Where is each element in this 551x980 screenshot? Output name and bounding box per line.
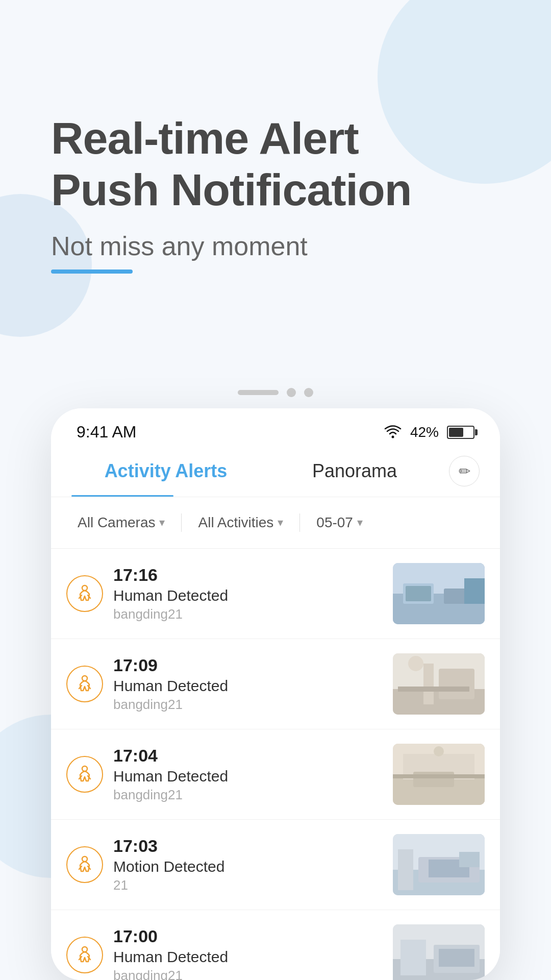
activity-time: 17:16 bbox=[113, 565, 383, 585]
activity-camera: bangding21 bbox=[113, 787, 383, 803]
svg-rect-21 bbox=[393, 774, 485, 778]
phone-mockup: 9:41 AM 42% Activity Alerts Panorama ✏ bbox=[51, 408, 500, 980]
human-detected-icon bbox=[75, 765, 94, 784]
activity-info: 17:16 Human Detected bangding21 bbox=[113, 565, 383, 622]
activity-icon-wrap bbox=[66, 575, 103, 612]
activity-icon-wrap bbox=[66, 937, 103, 973]
motion-detected-icon bbox=[75, 855, 94, 874]
dot-bar-active bbox=[238, 390, 279, 395]
filter-cameras-label: All Cameras bbox=[78, 514, 155, 531]
activity-type: Human Detected bbox=[113, 948, 383, 966]
activity-item[interactable]: 17:09 Human Detected bangding21 bbox=[51, 639, 500, 729]
activity-camera: bangding21 bbox=[113, 697, 383, 713]
activity-item[interactable]: 17:04 Human Detected bangding21 bbox=[51, 729, 500, 820]
svg-point-20 bbox=[434, 746, 444, 756]
date-chevron-icon: ▾ bbox=[357, 516, 363, 529]
activity-type: Human Detected bbox=[113, 677, 383, 695]
svg-rect-5 bbox=[406, 586, 431, 601]
activity-type: Human Detected bbox=[113, 768, 383, 785]
activity-item[interactable]: 17:03 Motion Detected 21 bbox=[51, 820, 500, 910]
svg-point-1 bbox=[82, 585, 87, 591]
activity-info: 17:00 Human Detected bangding21 bbox=[113, 926, 383, 980]
svg-rect-7 bbox=[464, 578, 485, 604]
activity-thumbnail bbox=[393, 834, 485, 895]
dot-circle-1[interactable] bbox=[287, 388, 296, 397]
hero-title: Real-time AlertPush Notification bbox=[51, 112, 500, 215]
svg-point-22 bbox=[82, 856, 87, 862]
battery-percent: 42% bbox=[410, 424, 439, 440]
tab-activity-alerts[interactable]: Activity Alerts bbox=[71, 460, 260, 482]
activity-camera: 21 bbox=[113, 877, 383, 893]
activity-time: 17:00 bbox=[113, 926, 383, 946]
svg-point-13 bbox=[408, 656, 423, 671]
activity-list: 17:16 Human Detected bangding21 bbox=[51, 549, 500, 980]
svg-rect-32 bbox=[400, 940, 426, 975]
activity-icon-wrap bbox=[66, 756, 103, 793]
pagination-dots bbox=[238, 388, 313, 397]
activity-thumbnail bbox=[393, 653, 485, 715]
filter-divider-1 bbox=[181, 513, 182, 532]
activity-type: Motion Detected bbox=[113, 858, 383, 875]
activity-thumbnail bbox=[393, 744, 485, 805]
activity-time: 17:03 bbox=[113, 836, 383, 856]
svg-rect-19 bbox=[413, 772, 454, 787]
tab-indicator bbox=[71, 495, 173, 497]
battery-icon bbox=[447, 426, 474, 439]
activity-type: Human Detected bbox=[113, 587, 383, 604]
svg-point-8 bbox=[82, 676, 87, 681]
status-right: 42% bbox=[384, 424, 474, 440]
human-detected-icon bbox=[75, 584, 94, 603]
edit-button[interactable]: ✏ bbox=[449, 456, 480, 486]
activity-time: 17:09 bbox=[113, 655, 383, 675]
hero-subtitle: Not miss any moment bbox=[51, 231, 500, 261]
hero-underline bbox=[51, 270, 133, 274]
edit-icon: ✏ bbox=[459, 463, 470, 480]
activity-camera: bangding21 bbox=[113, 968, 383, 980]
status-time: 9:41 AM bbox=[77, 423, 136, 442]
activity-icon-wrap bbox=[66, 666, 103, 702]
svg-point-15 bbox=[82, 766, 87, 771]
svg-rect-11 bbox=[423, 664, 434, 704]
svg-rect-34 bbox=[439, 949, 474, 967]
activities-chevron-icon: ▾ bbox=[278, 516, 283, 529]
filter-date-button[interactable]: 05-07 ▾ bbox=[305, 507, 374, 538]
tab-panorama[interactable]: Panorama bbox=[260, 460, 449, 482]
tab-bar: Activity Alerts Panorama ✏ bbox=[51, 451, 500, 497]
svg-rect-25 bbox=[398, 849, 413, 890]
activity-thumbnail bbox=[393, 563, 485, 624]
activity-time: 17:04 bbox=[113, 746, 383, 766]
battery-fill bbox=[449, 428, 463, 437]
svg-rect-28 bbox=[459, 852, 480, 867]
filter-cameras-button[interactable]: All Cameras ▾ bbox=[66, 507, 176, 538]
svg-point-29 bbox=[82, 947, 87, 952]
svg-rect-14 bbox=[398, 687, 469, 692]
activity-item[interactable]: 17:16 Human Detected bangding21 bbox=[51, 549, 500, 639]
filter-activities-label: All Activities bbox=[198, 514, 273, 531]
activity-thumbnail bbox=[393, 924, 485, 980]
activity-info: 17:04 Human Detected bangding21 bbox=[113, 746, 383, 803]
wifi-icon bbox=[384, 425, 402, 439]
hero-section: Real-time AlertPush Notification Not mis… bbox=[51, 112, 500, 274]
activity-info: 17:03 Motion Detected 21 bbox=[113, 836, 383, 893]
human-detected-icon bbox=[75, 674, 94, 694]
dot-circle-2[interactable] bbox=[304, 388, 313, 397]
svg-rect-12 bbox=[439, 669, 474, 699]
activity-camera: bangding21 bbox=[113, 606, 383, 622]
activity-item[interactable]: 17:00 Human Detected bangding21 bbox=[51, 910, 500, 980]
human-detected-icon bbox=[75, 945, 94, 965]
activity-icon-wrap bbox=[66, 846, 103, 883]
activity-info: 17:09 Human Detected bangding21 bbox=[113, 655, 383, 713]
filter-bar: All Cameras ▾ All Activities ▾ 05-07 ▾ bbox=[51, 497, 500, 549]
svg-point-0 bbox=[391, 435, 394, 438]
filter-activities-button[interactable]: All Activities ▾ bbox=[187, 507, 294, 538]
filter-date-label: 05-07 bbox=[316, 514, 353, 531]
filter-divider-2 bbox=[299, 513, 300, 532]
cameras-chevron-icon: ▾ bbox=[159, 516, 165, 529]
status-bar: 9:41 AM 42% bbox=[51, 408, 500, 451]
